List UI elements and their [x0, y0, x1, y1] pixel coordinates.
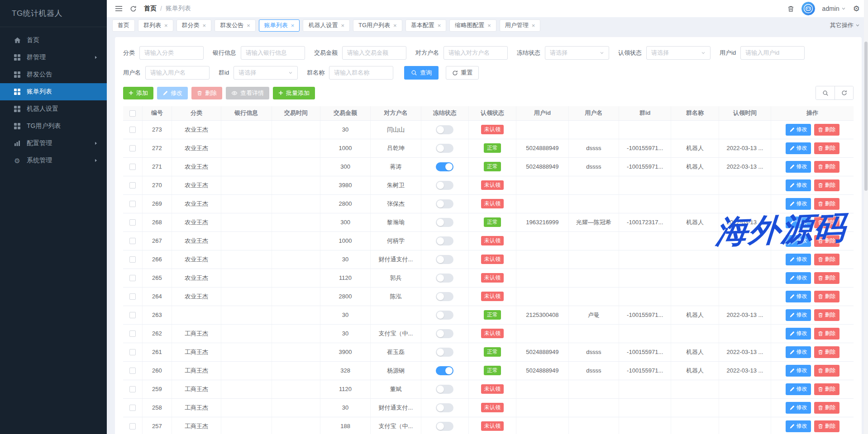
row-edit-button[interactable]: 修改: [786, 179, 811, 191]
row-edit-button[interactable]: 修改: [786, 198, 811, 210]
frozen-toggle[interactable]: [436, 366, 453, 375]
row-edit-button[interactable]: 修改: [786, 161, 811, 173]
close-icon[interactable]: ×: [164, 22, 168, 29]
tab-basic-config[interactable]: 基本配置×: [405, 19, 447, 32]
filter-payer-name-input[interactable]: 请输入对方户名: [444, 46, 508, 60]
close-icon[interactable]: ×: [438, 22, 441, 29]
avatar[interactable]: [801, 2, 815, 15]
sidebar-item-bill-list[interactable]: 账单列表: [0, 83, 107, 100]
row-delete-button[interactable]: 删除: [814, 254, 839, 265]
row-delete-button[interactable]: 删除: [814, 309, 839, 321]
table-refresh-button[interactable]: [835, 86, 853, 99]
frozen-toggle[interactable]: [436, 385, 453, 394]
sidebar-item-config-manage[interactable]: 配置管理: [0, 135, 107, 152]
close-icon[interactable]: ×: [487, 22, 491, 29]
trash-icon[interactable]: [787, 5, 794, 12]
row-checkbox[interactable]: [129, 275, 136, 281]
scrollbar-thumb[interactable]: [864, 42, 868, 191]
frozen-toggle[interactable]: [436, 199, 453, 208]
row-delete-button[interactable]: 删除: [814, 402, 839, 414]
breadcrumb-root[interactable]: 首页: [144, 5, 157, 13]
row-edit-button[interactable]: 修改: [786, 420, 811, 432]
batch-add-button[interactable]: 批量添加: [273, 87, 315, 99]
close-icon[interactable]: ×: [247, 22, 250, 29]
row-edit-button[interactable]: 修改: [786, 402, 811, 414]
row-edit-button[interactable]: 修改: [786, 142, 811, 154]
row-delete-button[interactable]: 删除: [814, 383, 839, 395]
row-checkbox[interactable]: [129, 182, 136, 189]
row-edit-button[interactable]: 修改: [786, 309, 811, 321]
tab-group-list[interactable]: 群列表×: [138, 19, 173, 32]
sidebar-item-tg-user-list[interactable]: TG用户列表: [0, 118, 107, 135]
row-checkbox[interactable]: [129, 312, 136, 318]
frozen-toggle[interactable]: [436, 422, 453, 431]
row-edit-button[interactable]: 修改: [786, 254, 811, 265]
row-edit-button[interactable]: 修改: [786, 291, 811, 302]
hamburger-icon[interactable]: [115, 5, 123, 12]
edit-button[interactable]: 修改: [157, 87, 188, 99]
sidebar-item-group-manage[interactable]: 群管理: [0, 49, 107, 66]
add-button[interactable]: 添加: [123, 87, 153, 99]
close-icon[interactable]: ×: [291, 22, 295, 29]
frozen-toggle[interactable]: [436, 181, 453, 190]
frozen-toggle[interactable]: [436, 236, 453, 245]
delete-button[interactable]: 删除: [191, 87, 222, 99]
frozen-toggle[interactable]: [436, 144, 453, 153]
more-operations[interactable]: 其它操作: [830, 21, 863, 29]
frozen-toggle[interactable]: [436, 274, 453, 283]
tab-home[interactable]: 首页: [112, 19, 135, 32]
table-search-button[interactable]: [816, 86, 835, 99]
close-icon[interactable]: ×: [393, 22, 397, 29]
close-icon[interactable]: ×: [203, 22, 206, 29]
filter-category-input[interactable]: 请输入分类: [139, 46, 204, 60]
tab-thumbnail-config[interactable]: 缩略图配置×: [449, 19, 496, 32]
row-edit-button[interactable]: 修改: [786, 365, 811, 377]
frozen-toggle[interactable]: [436, 403, 453, 412]
row-delete-button[interactable]: 删除: [814, 365, 839, 377]
frozen-toggle[interactable]: [436, 292, 453, 301]
row-edit-button[interactable]: 修改: [786, 383, 811, 395]
row-edit-button[interactable]: 修改: [786, 272, 811, 284]
tab-bill-list[interactable]: 账单列表×: [259, 19, 300, 32]
tab-group-broadcast[interactable]: 群发公告×: [215, 19, 256, 32]
sidebar-item-robot-settings[interactable]: 机器人设置: [0, 100, 107, 118]
sidebar-item-home[interactable]: 首页: [0, 32, 107, 49]
frozen-toggle[interactable]: [436, 162, 453, 171]
frozen-toggle[interactable]: [436, 255, 453, 264]
row-delete-button[interactable]: 删除: [814, 291, 839, 302]
frozen-toggle[interactable]: [436, 218, 453, 227]
row-checkbox[interactable]: [129, 349, 136, 355]
tab-group-category[interactable]: 群分类×: [176, 19, 212, 32]
close-icon[interactable]: ×: [532, 22, 535, 29]
row-delete-button[interactable]: 删除: [814, 328, 839, 340]
frozen-toggle[interactable]: [436, 311, 453, 320]
close-icon[interactable]: ×: [341, 22, 344, 29]
row-delete-button[interactable]: 删除: [814, 142, 839, 154]
gear-icon[interactable]: ⚙: [853, 5, 860, 13]
tab-robot-settings[interactable]: 机器人设置×: [303, 19, 350, 32]
frozen-toggle[interactable]: [436, 125, 453, 134]
sidebar-item-system-manage[interactable]: ⚙系统管理: [0, 152, 107, 169]
filter-claim-status-select[interactable]: 请选择: [646, 46, 711, 60]
filter-amount-input[interactable]: 请输入交易金额: [342, 46, 406, 60]
row-edit-button[interactable]: 修改: [786, 124, 811, 136]
user-menu[interactable]: admin: [822, 5, 846, 12]
filter-bank-info-input[interactable]: 请输入银行信息: [241, 46, 305, 60]
view-detail-button[interactable]: 查看详情: [226, 87, 269, 99]
row-delete-button[interactable]: 删除: [814, 179, 839, 191]
row-checkbox[interactable]: [129, 201, 136, 207]
row-delete-button[interactable]: 删除: [814, 161, 839, 173]
row-checkbox[interactable]: [129, 293, 136, 300]
row-checkbox[interactable]: [129, 423, 136, 429]
tab-user-manage[interactable]: 用户管理×: [500, 19, 541, 32]
frozen-toggle[interactable]: [436, 329, 453, 338]
row-delete-button[interactable]: 删除: [814, 235, 839, 247]
row-delete-button[interactable]: 删除: [814, 217, 839, 228]
select-all-checkbox[interactable]: [129, 110, 136, 117]
reset-button[interactable]: 重置: [446, 66, 479, 80]
row-checkbox[interactable]: [129, 368, 136, 374]
row-checkbox[interactable]: [129, 330, 136, 337]
row-checkbox[interactable]: [129, 405, 136, 411]
row-checkbox[interactable]: [129, 145, 136, 151]
row-delete-button[interactable]: 删除: [814, 272, 839, 284]
